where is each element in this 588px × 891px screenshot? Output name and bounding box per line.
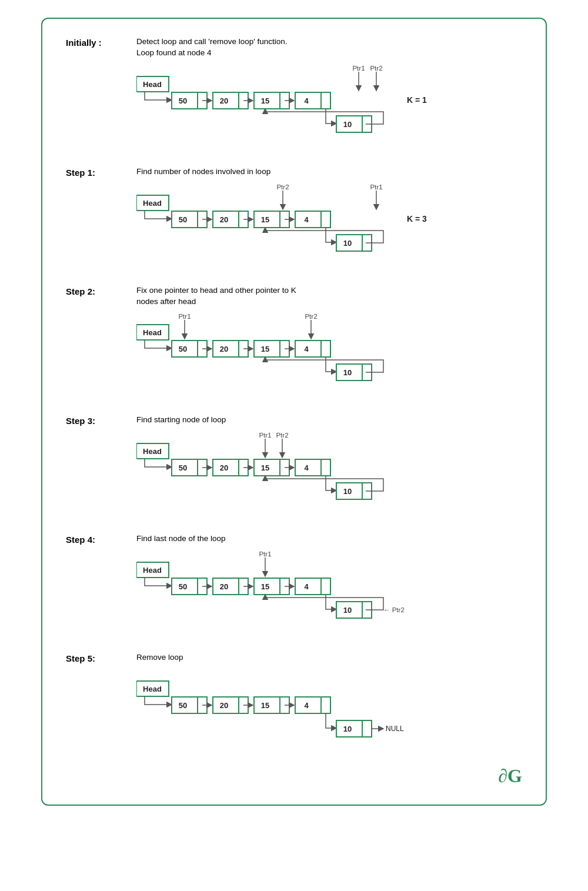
diagram-step5: Head 50 20 15 4 bbox=[136, 669, 477, 749]
section-desc-initially: Detect loop and call 'remove loop' funct… bbox=[136, 36, 522, 59]
gfg-text: ∂G bbox=[498, 765, 522, 787]
section-initially: Initially : Detect loop and call 'remove… bbox=[66, 36, 522, 150]
svg-text:20: 20 bbox=[220, 215, 228, 224]
section-desc-step3: Find starting node of loop bbox=[136, 415, 522, 426]
head-arrow bbox=[145, 92, 172, 100]
svg-text:Ptr2: Ptr2 bbox=[276, 432, 288, 439]
svg-text:20: 20 bbox=[220, 463, 228, 472]
svg-rect-91 bbox=[321, 459, 330, 476]
svg-text:10: 10 bbox=[343, 239, 352, 248]
svg-text:15: 15 bbox=[261, 215, 269, 224]
svg-text:50: 50 bbox=[179, 582, 187, 591]
svg-rect-139 bbox=[362, 720, 372, 737]
svg-text:4: 4 bbox=[304, 582, 309, 591]
section-content-step4: Find last node of the loop Head Ptr1 50 bbox=[136, 533, 522, 636]
section-content-step2: Fix one pointer to head and other pointe… bbox=[136, 285, 522, 399]
svg-text:K = 3: K = 3 bbox=[407, 214, 427, 223]
section-step3: Step 3: Find starting node of loop Head … bbox=[66, 415, 522, 517]
svg-text:15: 15 bbox=[261, 582, 269, 591]
svg-text:20: 20 bbox=[220, 582, 228, 591]
svg-text:15: 15 bbox=[261, 701, 269, 710]
section-desc-step4: Find last node of the loop bbox=[136, 533, 522, 545]
diagram-initially: Head Ptr1 Ptr2 K = 1 50 20 bbox=[136, 65, 477, 150]
section-desc-step5: Remove loop bbox=[136, 652, 522, 663]
svg-text:50: 50 bbox=[179, 463, 187, 472]
section-step2: Step 2: Fix one pointer to head and othe… bbox=[66, 285, 522, 399]
svg-text:4: 4 bbox=[304, 463, 309, 472]
svg-text:20: 20 bbox=[220, 345, 228, 353]
svg-text:Head: Head bbox=[143, 685, 162, 693]
section-label-step5: Step 5: bbox=[66, 652, 136, 663]
section-label-step1: Step 1: bbox=[66, 166, 136, 178]
svg-text:15: 15 bbox=[261, 345, 269, 353]
main-page: Initially : Detect loop and call 'remove… bbox=[41, 18, 547, 806]
k1-label: K = 1 bbox=[407, 95, 427, 105]
section-content-step3: Find starting node of loop Head Ptr1 Ptr… bbox=[136, 415, 522, 517]
svg-text:10: 10 bbox=[343, 368, 352, 377]
svg-rect-66 bbox=[321, 341, 330, 357]
section-step4: Step 4: Find last node of the loop Head … bbox=[66, 533, 522, 636]
section-step1: Step 1: Find number of nodes involved in… bbox=[66, 166, 522, 269]
svg-text:20: 20 bbox=[220, 96, 228, 105]
section-label-initially: Initially : bbox=[66, 36, 136, 48]
svg-text:Head: Head bbox=[143, 447, 162, 456]
svg-text:Ptr2: Ptr2 bbox=[305, 313, 317, 320]
head-text: Head bbox=[143, 80, 162, 89]
diagram-step1: Head Ptr2 Ptr1 K = 3 50 20 bbox=[136, 183, 477, 269]
svg-text:Head: Head bbox=[143, 199, 162, 208]
section-label-step3: Step 3: bbox=[66, 415, 136, 426]
svg-text:20: 20 bbox=[220, 701, 228, 710]
ptr1-label-initially: Ptr1 bbox=[352, 65, 365, 72]
svg-text:← Ptr2: ← Ptr2 bbox=[383, 606, 405, 613]
svg-text:Head: Head bbox=[143, 566, 162, 575]
ptr2-label-initially: Ptr2 bbox=[370, 65, 382, 72]
section-label-step4: Step 4: bbox=[66, 533, 136, 545]
svg-text:15: 15 bbox=[261, 96, 269, 105]
svg-text:Ptr1: Ptr1 bbox=[259, 550, 271, 558]
diagram-step4: Head Ptr1 50 20 15 bbox=[136, 550, 477, 636]
section-content-initially: Detect loop and call 'remove loop' funct… bbox=[136, 36, 522, 150]
svg-text:10: 10 bbox=[343, 725, 352, 733]
section-step5: Step 5: Remove loop Head 50 bbox=[66, 652, 522, 749]
svg-text:Ptr2: Ptr2 bbox=[276, 183, 289, 191]
diagram-step2: Head Ptr1 Ptr2 50 20 bbox=[136, 313, 477, 398]
svg-text:4: 4 bbox=[304, 701, 309, 710]
svg-text:4: 4 bbox=[304, 345, 309, 353]
svg-text:Head: Head bbox=[143, 328, 162, 337]
svg-text:10: 10 bbox=[343, 120, 352, 129]
svg-text:10: 10 bbox=[343, 487, 352, 496]
section-label-step2: Step 2: bbox=[66, 285, 136, 296]
section-desc-step1: Find number of nodes involved in loop bbox=[136, 166, 522, 178]
diagram-step3: Head Ptr1 Ptr2 50 20 bbox=[136, 432, 477, 517]
svg-text:Ptr1: Ptr1 bbox=[370, 183, 382, 191]
section-desc-step2: Fix one pointer to head and other pointe… bbox=[136, 285, 522, 308]
gfg-logo: ∂G bbox=[66, 765, 522, 787]
svg-text:15: 15 bbox=[261, 463, 269, 472]
section-content-step1: Find number of nodes involved in loop He… bbox=[136, 166, 522, 269]
svg-text:50: 50 bbox=[179, 215, 187, 224]
svg-text:4: 4 bbox=[304, 215, 309, 224]
svg-text:10: 10 bbox=[343, 606, 352, 615]
svg-rect-41 bbox=[321, 211, 330, 228]
svg-rect-136 bbox=[321, 697, 330, 713]
svg-text:NULL: NULL bbox=[386, 725, 404, 733]
svg-rect-114 bbox=[321, 578, 330, 595]
svg-rect-14 bbox=[321, 92, 330, 109]
svg-text:Ptr1: Ptr1 bbox=[259, 432, 271, 439]
section-content-step5: Remove loop Head 50 20 bbox=[136, 652, 522, 749]
svg-text:50: 50 bbox=[179, 345, 187, 353]
svg-text:Ptr1: Ptr1 bbox=[178, 313, 191, 320]
svg-text:4: 4 bbox=[304, 96, 309, 105]
svg-text:50: 50 bbox=[179, 701, 187, 710]
svg-text:50: 50 bbox=[179, 96, 187, 105]
